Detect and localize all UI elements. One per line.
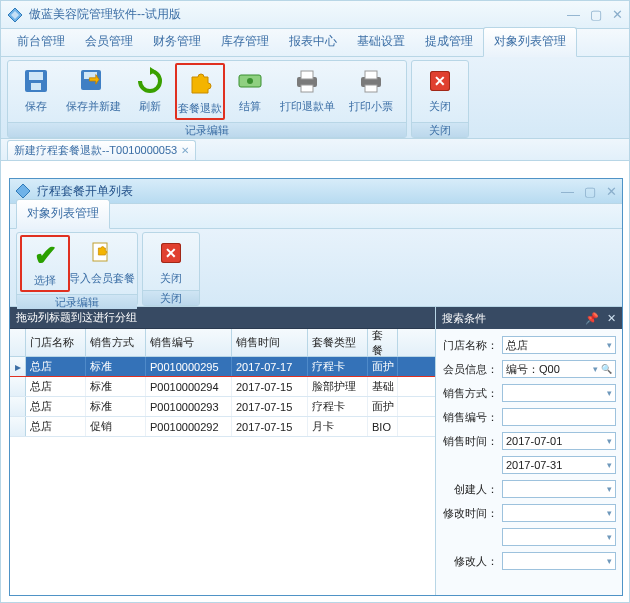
close-icon: ✕: [155, 237, 187, 269]
modifier-select[interactable]: ▾: [502, 552, 616, 570]
save-button[interactable]: 保存: [11, 63, 61, 116]
chevron-down-icon: ▾: [607, 556, 612, 566]
cell: 面护: [368, 357, 398, 376]
col-method[interactable]: 销售方式: [86, 329, 146, 356]
method-select[interactable]: ▾: [502, 384, 616, 402]
time-label: 销售时间：: [442, 434, 498, 449]
menu-inventory[interactable]: 库存管理: [211, 28, 279, 56]
menu-commission[interactable]: 提成管理: [415, 28, 483, 56]
store-select[interactable]: 总店▾: [502, 336, 616, 354]
inner-menu-object-list[interactable]: 对象列表管理: [16, 199, 110, 229]
menu-finance[interactable]: 财务管理: [143, 28, 211, 56]
mtime-to-input[interactable]: ▾: [502, 528, 616, 546]
disk-arrow-icon: [77, 65, 109, 97]
table-row[interactable]: ▸总店标准P00100002952017-07-17疗程卡面护: [10, 357, 435, 377]
pin-icon[interactable]: 📌: [585, 312, 599, 325]
window-title: 傲蓝美容院管理软件--试用版: [29, 6, 567, 23]
search-body: 门店名称： 总店▾ 会员信息： 编号：Q00▾ 🔍 销售方式： ▾ 销售编号：: [436, 329, 622, 595]
time-from-input[interactable]: 2017-07-01▾: [502, 432, 616, 450]
col-store[interactable]: 门店名称: [26, 329, 86, 356]
print-receipt-button[interactable]: 打印小票: [339, 63, 403, 116]
menu-reports[interactable]: 报表中心: [279, 28, 347, 56]
inner-minimize-button[interactable]: —: [561, 184, 574, 199]
menu-basic-settings[interactable]: 基础设置: [347, 28, 415, 56]
cell: 2017-07-15: [232, 417, 308, 436]
time-to-input[interactable]: 2017-07-31▾: [502, 456, 616, 474]
inner-close-button[interactable]: ✕ 关闭: [146, 235, 196, 288]
check-icon: ✔: [29, 239, 61, 271]
import-member-package-button[interactable]: 导入会员套餐: [70, 235, 134, 288]
col-sale-number[interactable]: 销售编号: [146, 329, 232, 356]
document-tabs: 新建疗程套餐退款--T0010000053 ✕: [1, 139, 629, 161]
settle-button[interactable]: 结算: [225, 63, 275, 116]
col-sale-time[interactable]: 销售时间: [232, 329, 308, 356]
row-indicator: [10, 397, 26, 416]
chevron-down-icon: ▾: [607, 532, 612, 542]
method-label: 销售方式：: [442, 386, 498, 401]
inner-ribbon-group-label: 关闭: [143, 290, 199, 305]
inner-maximize-button[interactable]: ▢: [584, 184, 596, 199]
puzzle-icon: [184, 67, 216, 99]
creator-label: 创建人：: [442, 482, 498, 497]
chevron-down-icon: ▾: [607, 508, 612, 518]
chevron-down-icon: ▾: [607, 460, 612, 470]
svg-rect-14: [365, 71, 377, 79]
svg-rect-11: [301, 71, 313, 79]
cash-icon: [234, 65, 266, 97]
mtime-input[interactable]: ▾: [502, 504, 616, 522]
chevron-down-icon: ▾: [607, 436, 612, 446]
sn-label: 销售编号：: [442, 410, 498, 425]
table-row[interactable]: 总店标准P00100002932017-07-15疗程卡面护: [10, 397, 435, 417]
svg-rect-4: [31, 83, 41, 90]
refresh-button[interactable]: 刷新: [125, 63, 175, 116]
chevron-down-icon: ▾ 🔍: [593, 364, 612, 374]
select-button[interactable]: ✔ 选择: [20, 235, 70, 292]
puzzle-doc-icon: [86, 237, 118, 269]
creator-select[interactable]: ▾: [502, 480, 616, 498]
save-new-button[interactable]: 保存并新建: [61, 63, 125, 116]
cell: P0010000295: [146, 357, 232, 376]
close-window-button[interactable]: ✕: [612, 7, 623, 22]
menu-front-desk[interactable]: 前台管理: [7, 28, 75, 56]
cell: 总店: [26, 397, 86, 416]
cell: 2017-07-17: [232, 357, 308, 376]
svg-point-9: [247, 78, 253, 84]
chevron-down-icon: ▾: [607, 484, 612, 494]
document-tab-close[interactable]: ✕: [181, 145, 189, 156]
package-refund-button[interactable]: 套餐退款: [175, 63, 225, 120]
cell: 总店: [26, 377, 86, 396]
col-package-type[interactable]: 套餐类型: [308, 329, 368, 356]
cell: 总店: [26, 357, 86, 376]
search-close-icon[interactable]: ✕: [607, 312, 616, 325]
menu-member[interactable]: 会员管理: [75, 28, 143, 56]
cell: 面护: [368, 397, 398, 416]
cell: 基础: [368, 377, 398, 396]
table-row[interactable]: 总店促销P00100002922017-07-15月卡BIO: [10, 417, 435, 437]
chevron-down-icon: ▾: [607, 340, 612, 350]
chevron-down-icon: ▾: [607, 388, 612, 398]
close-button[interactable]: ✕ 关闭: [415, 63, 465, 116]
sn-input[interactable]: [502, 408, 616, 426]
printer-icon: [355, 65, 387, 97]
print-refund-button[interactable]: 打印退款单: [275, 63, 339, 116]
maximize-button[interactable]: ▢: [590, 7, 602, 22]
svg-rect-3: [29, 72, 43, 80]
cell: 疗程卡: [308, 357, 368, 376]
minimize-button[interactable]: —: [567, 7, 580, 22]
inner-window-title: 疗程套餐开单列表: [37, 183, 561, 200]
cell: 促销: [86, 417, 146, 436]
menu-object-list[interactable]: 对象列表管理: [483, 27, 577, 57]
titlebar: 傲蓝美容院管理软件--试用版 — ▢ ✕: [1, 1, 629, 29]
inner-close-window-button[interactable]: ✕: [606, 184, 617, 199]
cell: 疗程卡: [308, 397, 368, 416]
col-package[interactable]: 套餐: [368, 329, 398, 356]
table-row[interactable]: 总店标准P00100002942017-07-15脸部护理基础: [10, 377, 435, 397]
search-header: 搜索条件 📌 ✕: [436, 307, 622, 329]
cell: 2017-07-15: [232, 397, 308, 416]
ribbon: 保存 保存并新建 刷新 套餐退款 结算: [1, 57, 629, 139]
inner-ribbon-group-label: 记录编辑: [17, 294, 137, 309]
group-bar[interactable]: 拖动列标题到这进行分组: [10, 307, 435, 329]
member-select[interactable]: 编号：Q00▾ 🔍: [502, 360, 616, 378]
document-tab[interactable]: 新建疗程套餐退款--T0010000053 ✕: [7, 140, 196, 160]
inner-app-icon: [15, 183, 31, 199]
